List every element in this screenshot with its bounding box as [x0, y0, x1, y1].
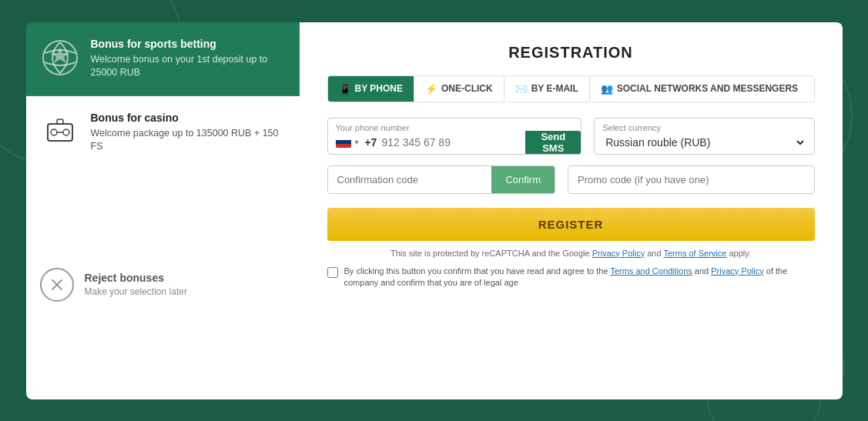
tab-social-label: SOCIAL NETWORKS AND MESSENGERS — [617, 83, 798, 94]
tab-by-phone-label: BY PHONE — [355, 83, 403, 94]
phone-input[interactable] — [381, 136, 516, 149]
flag-selector[interactable]: ▼ — [336, 137, 360, 148]
registration-tabs: 📱 BY PHONE ⚡ ONE-CLICK ✉️ BY E-MAIL 👥 SO… — [327, 75, 815, 102]
terms-checkbox[interactable] — [327, 267, 338, 278]
phone-prefix: +7 — [364, 136, 377, 149]
confirmation-input[interactable] — [328, 166, 492, 193]
sports-bonus-card[interactable]: Bonus for sports betting Welcome bonus o… — [26, 22, 300, 96]
social-tab-icon: 👥 — [601, 83, 613, 95]
privacy-policy-link[interactable]: Privacy Policy — [592, 249, 645, 258]
confirm-button[interactable]: Confirm — [491, 166, 555, 193]
reject-text: Reject bonuses Make your selection later — [85, 272, 187, 297]
svg-point-3 — [51, 129, 57, 135]
terms-text: By clicking this button you confirm that… — [344, 266, 815, 289]
phone-currency-row: Your phone number ▼ +7 Send SMS — [327, 118, 815, 155]
terms-of-service-link[interactable]: Terms of Service — [663, 249, 726, 258]
phone-tab-icon: 📱 — [339, 83, 351, 95]
currency-select[interactable]: Russian rouble (RUB) USD EUR — [602, 135, 806, 149]
main-container: Bonus for sports betting Welcome bonus o… — [26, 22, 843, 399]
svg-marker-1 — [51, 47, 69, 63]
sports-bonus-icon — [40, 38, 80, 78]
phone-inner: ▼ +7 Send SMS — [336, 135, 574, 149]
flag-chevron-icon: ▼ — [354, 139, 360, 146]
svg-point-4 — [63, 129, 69, 135]
promo-input[interactable] — [568, 165, 815, 194]
casino-bonus-icon — [40, 112, 80, 152]
terms-row: By clicking this button you confirm that… — [327, 266, 815, 289]
tab-by-phone[interactable]: 📱 BY PHONE — [328, 76, 414, 102]
terms-conditions-link[interactable]: Terms and Conditions — [610, 266, 692, 276]
reject-bonus-card[interactable]: Reject bonuses Make your selection later — [26, 170, 300, 399]
sports-bonus-desc: Welcome bonus on your 1st deposit up to … — [91, 53, 286, 80]
left-panel: Bonus for sports betting Welcome bonus o… — [26, 22, 300, 399]
tab-one-click-label: ONE-CLICK — [441, 83, 493, 94]
casino-bonus-desc: Welcome package up to 135000 RUB + 150 F… — [91, 127, 286, 154]
phone-group: Your phone number ▼ +7 Send SMS — [327, 118, 582, 155]
tab-social[interactable]: 👥 SOCIAL NETWORKS AND MESSENGERS — [590, 76, 809, 102]
sports-bonus-title: Bonus for sports betting — [91, 38, 286, 50]
sports-bonus-text: Bonus for sports betting Welcome bonus o… — [91, 38, 286, 80]
email-tab-icon: ✉️ — [515, 83, 528, 95]
currency-group: Select currency Russian rouble (RUB) USD… — [594, 118, 814, 155]
reject-desc: Make your selection later — [85, 286, 187, 297]
casino-bonus-title: Bonus for casino — [91, 112, 286, 124]
recaptcha-text: This site is protected by reCAPTCHA and … — [327, 249, 815, 258]
confirmation-group: Confirm — [327, 165, 556, 194]
right-panel: REGISTRATION 📱 BY PHONE ⚡ ONE-CLICK ✉️ B… — [300, 22, 843, 399]
currency-label: Select currency — [602, 123, 806, 132]
privacy-policy2-link[interactable]: Privacy Policy — [711, 266, 763, 276]
registration-title: REGISTRATION — [327, 44, 815, 62]
send-sms-button[interactable]: Send SMS — [525, 131, 581, 154]
flag-russia — [336, 137, 351, 148]
tab-by-email-label: BY E-MAIL — [531, 83, 578, 94]
casino-bonus-card[interactable]: Bonus for casino Welcome package up to 1… — [26, 96, 300, 170]
tab-by-email[interactable]: ✉️ BY E-MAIL — [504, 76, 590, 102]
casino-bonus-text: Bonus for casino Welcome package up to 1… — [91, 112, 286, 154]
reject-icon — [40, 268, 74, 302]
register-button[interactable]: REGISTER — [327, 208, 815, 241]
confirm-promo-row: Confirm — [327, 165, 815, 194]
oneclick-tab-icon: ⚡ — [425, 83, 437, 95]
tab-one-click[interactable]: ⚡ ONE-CLICK — [414, 76, 504, 102]
reject-title: Reject bonuses — [85, 272, 187, 284]
